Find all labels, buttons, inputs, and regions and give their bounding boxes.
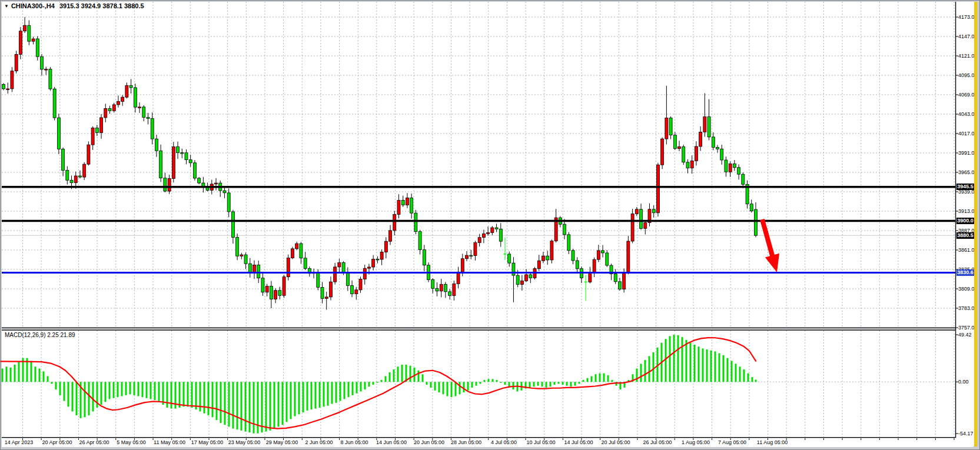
price-level-chip[interactable]: 3945.5: [956, 184, 974, 190]
bear-candle: [712, 137, 715, 148]
bull-candle: [367, 267, 370, 268]
bull-candle: [703, 116, 706, 132]
bull-candle: [125, 85, 128, 97]
bear-candle: [738, 168, 740, 174]
bear-candle: [78, 176, 81, 177]
bear-candle: [707, 116, 710, 136]
bull-candle: [265, 286, 268, 292]
bull-candle: [100, 118, 103, 133]
price-tick-label: 3783.0: [958, 305, 975, 311]
time-axis-label: 28 Jun 05:00: [451, 439, 481, 445]
price-level-chip[interactable]: 3830.6: [956, 269, 974, 276]
bull-candle: [325, 297, 328, 298]
mt4-chart-window: ▼CHINA300-,H43915.3 3924.9 3878.1 3880.5…: [0, 0, 980, 450]
macd-axis-label: 0.00: [958, 379, 969, 385]
bear-candle: [606, 253, 609, 265]
bear-candle: [563, 224, 566, 235]
bear-candle: [423, 250, 426, 265]
bull-candle: [384, 241, 387, 252]
bear-candle: [321, 287, 324, 298]
bear-candle: [640, 209, 643, 228]
bear-candle: [720, 149, 723, 160]
bull-candle: [542, 256, 544, 261]
bull-candle: [656, 165, 659, 213]
bull-candle: [520, 281, 523, 284]
bull-candle: [334, 267, 337, 282]
bull-candle: [393, 214, 396, 230]
time-axis-label: 29 May 05:00: [266, 439, 298, 445]
pane-separator-grip[interactable]: [2, 328, 955, 330]
time-axis-label: 23 May 05:00: [228, 439, 261, 445]
bull-candle: [15, 54, 18, 71]
time-axis-label: 20 Jul 05:00: [601, 439, 630, 445]
bull-candle: [172, 146, 175, 178]
bull-candle: [525, 275, 528, 281]
bull-candle: [665, 118, 668, 139]
time-axis-label: 10 Jul 05:00: [526, 439, 555, 445]
bear-candle: [436, 288, 438, 291]
bear-candle: [53, 89, 56, 118]
bear-candle: [181, 153, 184, 154]
bull-candle: [729, 164, 732, 172]
bear-candle: [129, 85, 132, 88]
bear-candle: [733, 164, 736, 168]
bear-candle: [401, 200, 404, 205]
bull-candle: [537, 261, 540, 268]
price-tick-label: 4043.0: [958, 111, 975, 117]
bear-candle: [572, 251, 574, 261]
bull-candle: [19, 31, 22, 55]
bull-candle: [87, 145, 90, 164]
pane-separator[interactable]: [2, 330, 955, 331]
price-axis[interactable]: 4173.04147.04121.04095.04069.04043.04017…: [956, 1, 974, 450]
bull-candle: [83, 164, 86, 177]
bull-candle: [168, 179, 171, 191]
bull-candle: [287, 258, 290, 277]
bull-candle: [623, 272, 626, 289]
bull-candle: [11, 71, 14, 89]
bear-candle: [470, 255, 473, 256]
bull-candle: [589, 272, 592, 282]
bear-candle: [410, 198, 413, 213]
price-level-chip[interactable]: 3900.0: [956, 218, 974, 224]
bear-candle: [351, 286, 354, 294]
bull-candle: [295, 244, 298, 249]
bull-candle: [372, 259, 375, 267]
bull-candle: [597, 251, 600, 259]
bull-candle: [253, 265, 256, 272]
symbol-dropdown-icon[interactable]: ▼: [4, 4, 9, 9]
price-tick-label: 4095.0: [958, 72, 975, 78]
bull-candle: [678, 146, 681, 148]
bear-candle: [142, 107, 145, 118]
time-axis[interactable]: 14 Apr 202320 Apr 05:0026 Apr 05:005 May…: [1, 438, 974, 447]
bear-candle: [49, 69, 52, 89]
bear-candle: [300, 244, 303, 258]
ohlc-values: 3915.3 3924.9 3878.1 3880.5: [59, 2, 144, 9]
bull-candle: [635, 209, 638, 214]
time-axis-label: 17 May 05:00: [191, 439, 224, 445]
bear-candle: [134, 88, 137, 107]
bear-candle: [449, 292, 451, 296]
bear-candle: [189, 160, 192, 163]
price-tick-label: 3991.0: [958, 150, 975, 156]
bull-candle: [355, 290, 358, 294]
bull-candle: [661, 139, 664, 165]
bull-candle: [461, 259, 464, 272]
bull-candle: [215, 183, 218, 184]
bear-candle: [261, 278, 264, 292]
time-axis-label: 11 Aug 05:00: [757, 439, 788, 445]
bear-candle: [223, 191, 226, 193]
bear-candle: [673, 135, 676, 149]
pane-separator[interactable]: [2, 328, 955, 328]
chart-canvas[interactable]: [1, 1, 980, 450]
price-tick-label: 3757.0: [958, 325, 975, 331]
bear-candle: [177, 146, 180, 152]
time-axis-label: 2 Jun 05:00: [305, 439, 333, 445]
bull-candle: [699, 132, 702, 146]
bear-candle: [529, 275, 532, 278]
bear-candle: [28, 25, 31, 41]
price-tick-label: 4017.0: [958, 131, 975, 136]
bear-candle: [602, 251, 604, 253]
current-price-chip: 3880.5: [956, 232, 974, 239]
macd-axis-label: 49.42: [958, 332, 972, 338]
bear-candle: [376, 259, 379, 260]
